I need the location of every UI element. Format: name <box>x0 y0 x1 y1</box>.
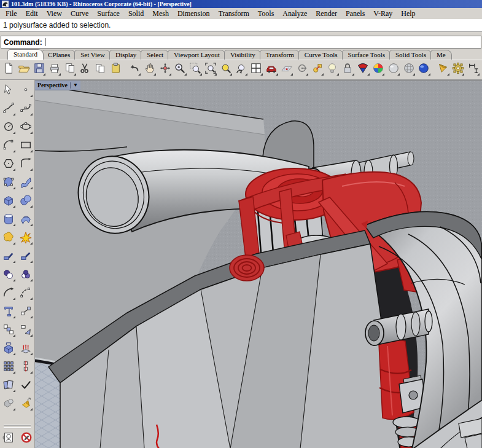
save-file-button[interactable] <box>32 61 47 77</box>
zoom-selected-button[interactable] <box>218 61 233 77</box>
control-point-curve-button[interactable] <box>1 101 17 117</box>
tab-display[interactable]: Display <box>109 50 142 60</box>
menu-surface[interactable]: Surface <box>93 9 124 19</box>
lamp-button[interactable] <box>325 61 340 77</box>
tab-set-view[interactable]: Set View <box>74 50 111 60</box>
perspective-viewport[interactable]: Perspective ▼ <box>35 80 482 448</box>
menu-edit[interactable]: Edit <box>21 9 42 19</box>
tab-me[interactable]: Me <box>430 50 452 60</box>
tab-solid-tools[interactable]: Solid Tools <box>389 50 432 60</box>
pan-view-button[interactable] <box>142 61 157 77</box>
tab-transform[interactable]: Transform <box>260 50 300 60</box>
named-views-button[interactable] <box>264 61 279 77</box>
rectangle-button[interactable] <box>18 138 34 154</box>
menu-help[interactable]: Help <box>397 9 419 19</box>
render-region-button[interactable] <box>435 61 451 77</box>
object-snap-button[interactable] <box>309 61 325 77</box>
arc-button[interactable] <box>1 138 17 154</box>
rotate-view-button[interactable] <box>157 61 173 77</box>
render-button[interactable] <box>416 61 432 77</box>
menu-dimension[interactable]: Dimension <box>173 9 214 19</box>
sphere-button[interactable] <box>18 194 34 209</box>
copy-object-button[interactable] <box>1 378 17 393</box>
menu-solid[interactable]: Solid <box>124 9 148 19</box>
cut-button[interactable] <box>77 61 93 77</box>
vray-framebuffer-button[interactable] <box>1 431 16 446</box>
surface-from-points-button[interactable] <box>1 175 17 191</box>
circle-button[interactable] <box>1 120 17 135</box>
orient-on-surface-button[interactable] <box>18 396 34 412</box>
loft-surface-button[interactable] <box>18 175 34 191</box>
lock-objects-button[interactable] <box>340 61 356 77</box>
menu-tools[interactable]: Tools <box>254 9 279 19</box>
open-file-button[interactable] <box>17 61 32 77</box>
rendered-viewport-button[interactable] <box>371 61 386 77</box>
shaded-viewport-button[interactable] <box>356 61 371 77</box>
copy-button[interactable] <box>93 61 108 77</box>
bend-surface-button[interactable] <box>18 212 34 227</box>
zoom-window-button[interactable] <box>188 61 203 77</box>
ghosted-viewport-button[interactable] <box>386 61 401 77</box>
zoom-dynamic-button[interactable] <box>173 61 188 77</box>
move-button[interactable] <box>18 304 34 320</box>
tab-viewport-layout[interactable]: Viewport Layout <box>168 50 226 60</box>
hide-object-button[interactable] <box>1 396 17 412</box>
print-button[interactable] <box>47 61 62 77</box>
menu-transform[interactable]: Transform <box>214 9 254 19</box>
menu-curve[interactable]: Curve <box>66 9 93 19</box>
boolean-intersection-button[interactable] <box>18 267 34 283</box>
undo-view-change-button[interactable] <box>233 61 249 77</box>
curve-blend-button[interactable] <box>18 157 34 172</box>
boolean-difference-button[interactable] <box>1 267 17 283</box>
select-button[interactable] <box>1 83 17 98</box>
array-rectangular-button[interactable] <box>1 360 17 375</box>
menu-view[interactable]: View <box>42 9 66 19</box>
paste-button[interactable] <box>108 61 123 77</box>
menu-v-ray[interactable]: V-Ray <box>369 9 397 19</box>
options-button[interactable] <box>451 61 466 77</box>
menu-file[interactable]: File <box>1 9 21 19</box>
menu-panels[interactable]: Panels <box>341 9 369 19</box>
ellipse-button[interactable] <box>18 120 34 135</box>
chamfer-edge-button[interactable] <box>18 249 34 264</box>
chevron-down-icon[interactable]: ▼ <box>73 83 78 88</box>
fillet-edge-button[interactable] <box>1 249 17 264</box>
title-bar[interactable]: 101.3dm (518396 KB) - Rhinoceros Corpora… <box>0 0 482 8</box>
group-button[interactable] <box>1 323 17 338</box>
tab-surface-tools[interactable]: Surface Tools <box>342 50 391 60</box>
ortho-snap-button[interactable] <box>294 61 309 77</box>
align-button[interactable] <box>18 323 34 338</box>
menu-analyze[interactable]: Analyze <box>278 9 311 19</box>
dimension-button[interactable] <box>465 61 481 77</box>
viewport-canvas[interactable] <box>35 81 482 448</box>
tab-curve-tools[interactable]: Curve Tools <box>298 50 344 60</box>
menu-mesh[interactable]: Mesh <box>148 9 173 19</box>
array-on-surface-button[interactable] <box>18 341 34 356</box>
fillet-curve-button[interactable] <box>1 286 17 301</box>
tab-select[interactable]: Select <box>141 50 169 60</box>
new-file-button[interactable] <box>1 61 17 77</box>
viewport-title[interactable]: Perspective ▼ <box>35 81 80 90</box>
tab-visibility[interactable]: Visibility <box>224 50 262 60</box>
tab-standard[interactable]: Standard <box>7 49 44 60</box>
single-point-button[interactable] <box>18 83 34 98</box>
undo-button[interactable] <box>127 61 142 77</box>
extrude-surface-button[interactable] <box>1 341 17 356</box>
copy-to-clipboard-button[interactable] <box>62 61 77 77</box>
explode-button[interactable] <box>18 230 34 246</box>
interpolate-curve-button[interactable] <box>18 101 34 117</box>
show-edit-points-button[interactable] <box>18 378 34 393</box>
xray-viewport-button[interactable] <box>401 61 416 77</box>
zoom-extents-button[interactable] <box>203 61 219 77</box>
polygon-button[interactable] <box>1 157 17 172</box>
array-linear-button[interactable] <box>18 360 34 375</box>
menu-render[interactable]: Render <box>311 9 341 19</box>
box-button[interactable] <box>1 194 17 209</box>
boolean-union-button[interactable] <box>1 230 17 246</box>
text-object-button[interactable] <box>1 304 17 320</box>
selected-coil[interactable] <box>230 255 264 281</box>
set-cplane-button[interactable] <box>279 61 295 77</box>
command-input[interactable]: Command: <box>1 36 481 49</box>
viewport-layout-button[interactable] <box>249 61 264 77</box>
vray-options-button[interactable] <box>18 431 34 446</box>
